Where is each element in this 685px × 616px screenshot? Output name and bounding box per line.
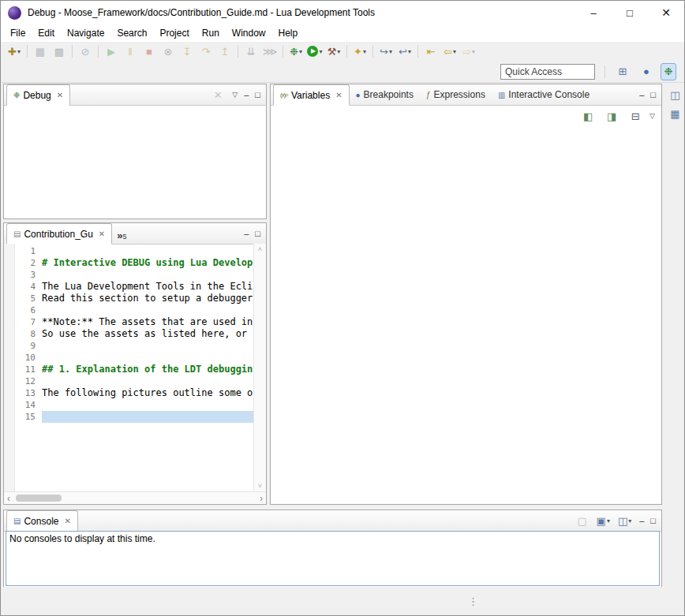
new-wizard-button-dropdown[interactable]: ▾ bbox=[17, 48, 21, 55]
tab-contribution-guide[interactable]: ▤ Contribution_Gu ✕ bbox=[6, 223, 112, 245]
scroll-down-icon[interactable]: ˅ bbox=[258, 482, 262, 490]
resume-button[interactable]: ▶ bbox=[102, 43, 121, 60]
editor-line-14[interactable]: 14 bbox=[15, 399, 253, 411]
scroll-left-icon[interactable]: ‹ bbox=[7, 493, 10, 504]
editor-horizontal-scrollbar[interactable]: ‹ › bbox=[4, 491, 266, 504]
debug-view-menu-button[interactable]: ▽ bbox=[232, 91, 238, 99]
terminate-button[interactable]: ■ bbox=[140, 43, 159, 60]
next-annotation-button[interactable]: ↪▾ bbox=[376, 43, 395, 60]
console-maximize-button[interactable]: □ bbox=[650, 516, 656, 525]
variables-minimize-button[interactable]: – bbox=[639, 90, 644, 99]
previous-annotation-button[interactable]: ↩▾ bbox=[395, 43, 414, 60]
back-button[interactable]: ⇦▾ bbox=[440, 43, 459, 60]
menu-search[interactable]: Search bbox=[110, 25, 153, 41]
editor-line-12[interactable]: 12 bbox=[15, 375, 253, 387]
tab-variables[interactable]: (x)= Variables ✕ bbox=[273, 84, 350, 106]
scroll-up-icon[interactable]: ˄ bbox=[258, 245, 262, 253]
tab-console[interactable]: ▤ Console ✕ bbox=[6, 510, 78, 532]
tab-debug[interactable]: ❉ Debug ✕ bbox=[6, 84, 70, 106]
editor-line-5[interactable]: 5Read this section to setup a debugger bbox=[15, 293, 253, 304]
editor-line-7[interactable]: 7**Note:** The assets that are used in bbox=[15, 316, 253, 328]
debug-perspective-button[interactable]: ❉ bbox=[661, 63, 676, 80]
use-step-filters-button[interactable]: ⋙ bbox=[260, 43, 279, 60]
scrollbar-thumb[interactable] bbox=[16, 495, 62, 502]
editor-line-2[interactable]: 2# Interactive DEBUG using Lua Develop bbox=[15, 257, 253, 269]
console-content[interactable]: No consoles to display at this time. bbox=[6, 531, 660, 586]
restore-minimized-view-button[interactable]: ◫ bbox=[667, 88, 684, 102]
splitter-handle[interactable]: ⋮ bbox=[468, 595, 478, 607]
editor-line-8[interactable]: 8So use the assets as listed here, or bbox=[15, 328, 253, 340]
last-edit-location-button[interactable]: ⇤ bbox=[421, 43, 440, 60]
external-tools-button-dropdown[interactable]: ▾ bbox=[337, 48, 340, 55]
run-button[interactable]: ▶▾ bbox=[305, 43, 324, 60]
variables-view-content[interactable] bbox=[271, 125, 661, 504]
debug-maximize-button[interactable]: □ bbox=[255, 90, 260, 99]
console-minimize-button[interactable]: – bbox=[639, 516, 644, 525]
close-tab-icon[interactable]: ✕ bbox=[57, 91, 63, 99]
open-console-button-dropdown[interactable]: ▾ bbox=[607, 517, 610, 525]
step-return-button[interactable]: ↥ bbox=[215, 43, 234, 60]
suspend-button[interactable]: ‖ bbox=[121, 43, 140, 60]
maximize-window-button[interactable]: □ bbox=[612, 1, 648, 24]
skip-all-breakpoints-button[interactable]: ⊘ bbox=[76, 43, 95, 60]
menu-help[interactable]: Help bbox=[272, 25, 305, 41]
show-logical-structures-button[interactable]: ◨ bbox=[602, 107, 621, 125]
run-button-dropdown[interactable]: ▾ bbox=[319, 48, 322, 55]
collapse-all-button[interactable]: ⊟ bbox=[626, 107, 645, 125]
tab-expressions[interactable]: ƒ Expressions bbox=[420, 84, 492, 105]
forward-button[interactable]: ⇨▾ bbox=[459, 43, 478, 60]
open-perspective-button[interactable]: ⊞ bbox=[613, 63, 632, 80]
variables-maximize-button[interactable]: □ bbox=[650, 90, 656, 99]
menu-project[interactable]: Project bbox=[153, 25, 195, 41]
step-into-button[interactable]: ↧ bbox=[178, 43, 197, 60]
editor-line-6[interactable]: 6 bbox=[15, 304, 253, 316]
search-button-dropdown[interactable]: ▾ bbox=[363, 48, 366, 55]
editor-vertical-scrollbar[interactable]: ˄ ˅ bbox=[253, 244, 266, 491]
menu-window[interactable]: Window bbox=[226, 25, 272, 41]
menu-run[interactable]: Run bbox=[196, 25, 226, 41]
editor-line-4[interactable]: 4The Lua Development Tools in the Ecli bbox=[15, 281, 253, 293]
show-type-names-button[interactable]: ◧ bbox=[578, 107, 597, 125]
variables-view-menu-button[interactable]: ▽ bbox=[649, 112, 655, 120]
menu-file[interactable]: File bbox=[4, 25, 32, 41]
menu-navigate[interactable]: Navigate bbox=[61, 25, 110, 41]
editor-line-1[interactable]: 1 bbox=[15, 245, 253, 257]
remove-all-terminated-button[interactable]: ✕ bbox=[210, 88, 226, 102]
previous-annotation-button-dropdown[interactable]: ▾ bbox=[408, 48, 411, 55]
editor-maximize-button[interactable]: □ bbox=[255, 229, 260, 238]
editor-line-11[interactable]: 11## 1. Explanation of the LDT debuggin bbox=[15, 364, 253, 375]
close-tab-icon[interactable]: ✕ bbox=[335, 91, 342, 99]
close-window-button[interactable]: ✕ bbox=[648, 1, 684, 24]
debug-minimize-button[interactable]: – bbox=[244, 90, 249, 99]
editor-line-9[interactable]: 9 bbox=[15, 340, 253, 352]
external-tools-button[interactable]: ⚒▾ bbox=[324, 43, 343, 60]
minimize-window-button[interactable]: – bbox=[575, 1, 612, 24]
search-button[interactable]: ✦▾ bbox=[350, 43, 369, 60]
editor-text-area[interactable]: 12# Interactive DEBUG using Lua Develop3… bbox=[15, 244, 253, 491]
drop-to-frame-button[interactable]: ⇊ bbox=[241, 43, 260, 60]
quick-access-input[interactable] bbox=[500, 64, 595, 80]
display-selected-console-button[interactable]: ▢ bbox=[575, 513, 590, 528]
tab-breakpoints[interactable]: ● Breakpoints bbox=[350, 84, 420, 105]
close-tab-icon[interactable]: ✕ bbox=[99, 230, 105, 238]
minimized-view-stack-button[interactable]: ▦ bbox=[667, 106, 684, 121]
new-console-view-button[interactable]: ◫▾ bbox=[616, 513, 633, 528]
new-console-view-button-dropdown[interactable]: ▾ bbox=[628, 517, 631, 525]
new-wizard-button[interactable]: ✚▾ bbox=[5, 43, 24, 60]
next-annotation-button-dropdown[interactable]: ▾ bbox=[389, 48, 392, 55]
save-button[interactable]: ▦ bbox=[31, 43, 50, 60]
step-over-button[interactable]: ↷ bbox=[197, 43, 215, 60]
debug-view-content[interactable] bbox=[4, 105, 266, 218]
debug-button[interactable]: ❉▾ bbox=[286, 43, 305, 60]
editor-line-3[interactable]: 3 bbox=[15, 269, 253, 281]
debug-button-dropdown[interactable]: ▾ bbox=[299, 48, 302, 55]
lua-perspective-button[interactable]: ● bbox=[637, 63, 656, 80]
editor-minimize-button[interactable]: – bbox=[244, 229, 249, 238]
menu-edit[interactable]: Edit bbox=[32, 25, 61, 41]
hidden-editors-chevron[interactable]: » 5 bbox=[112, 223, 131, 244]
disconnect-button[interactable]: ⊗ bbox=[159, 43, 178, 60]
open-console-button[interactable]: ▣▾ bbox=[595, 513, 612, 528]
annotation-ruler[interactable] bbox=[4, 244, 15, 491]
save-all-button[interactable]: ▩ bbox=[50, 43, 69, 60]
scroll-right-icon[interactable]: › bbox=[260, 493, 263, 504]
